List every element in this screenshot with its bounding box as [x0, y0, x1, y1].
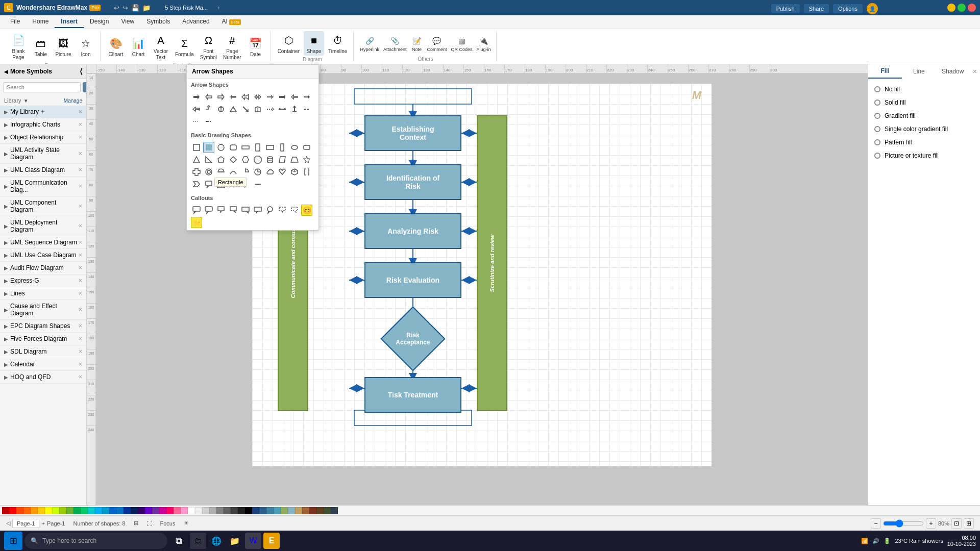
arrow-shape-7[interactable] [264, 91, 276, 103]
color-swatch-6[interactable] [288, 507, 295, 514]
shape-left-brace[interactable] [240, 179, 251, 190]
color-swatch-yellow-green[interactable] [52, 507, 59, 514]
light-mode-icon[interactable]: ☀ [184, 520, 189, 527]
shape-hexagon[interactable] [240, 154, 251, 165]
color-swatch-mint[interactable] [81, 507, 88, 514]
risk-evaluation-box[interactable]: Risk Evaluation [364, 262, 461, 298]
shape-triangle[interactable] [191, 154, 202, 165]
comment-button[interactable]: 💬 Comment [426, 34, 448, 53]
task-view-button[interactable]: ⧉ [169, 532, 188, 550]
shape-right-triangle[interactable] [203, 154, 214, 165]
tab-file[interactable]: File [4, 16, 26, 28]
shape-wedge[interactable] [240, 166, 251, 178]
object-relationship-close-icon[interactable]: × [79, 134, 82, 141]
clipart-button[interactable]: 🎨 Clipart [106, 34, 126, 59]
identification-risk-box[interactable]: Identification ofRisk [364, 164, 461, 200]
arrow-shape-4[interactable] [228, 91, 239, 103]
color-swatch-8[interactable] [302, 507, 309, 514]
color-swatch-9[interactable] [309, 507, 316, 514]
color-swatch-11[interactable] [324, 507, 331, 514]
shape-rect-outline[interactable] [191, 142, 202, 153]
shape-pentagon[interactable] [215, 154, 227, 165]
color-swatch-dark-gray[interactable] [224, 507, 231, 514]
color-swatch-darker-gray[interactable] [231, 507, 238, 514]
color-swatch-7[interactable] [295, 507, 302, 514]
shape-cylinder[interactable] [264, 154, 276, 165]
my-library-close-icon[interactable]: × [79, 108, 82, 115]
callout-1[interactable] [191, 205, 202, 216]
color-swatch-2[interactable] [259, 507, 266, 514]
color-swatch-light-pink[interactable] [181, 507, 188, 514]
shape-oval[interactable] [289, 142, 300, 153]
tab-design[interactable]: Design [84, 16, 115, 28]
callout-5[interactable] [240, 205, 251, 216]
arrow-shape-12[interactable] [203, 104, 214, 115]
picture-button[interactable]: 🖼 Picture [53, 34, 74, 59]
color-swatch-dark-blue[interactable] [124, 507, 131, 514]
add-library-icon[interactable]: + [41, 108, 44, 115]
sidebar-item-uml-class[interactable]: ▶ UML Class Diagram × [0, 164, 86, 177]
color-swatch-black[interactable] [245, 507, 252, 514]
callout-8[interactable] [277, 205, 288, 216]
arrow-shape-15[interactable] [240, 104, 251, 115]
arrow-shape-20[interactable] [301, 104, 312, 115]
sdl-close-icon[interactable]: × [79, 348, 82, 355]
color-swatch-10[interactable] [316, 507, 324, 514]
publish-button[interactable]: Publish [771, 4, 800, 13]
color-swatch-pink[interactable] [174, 507, 181, 514]
uml-activity-close-icon[interactable]: × [79, 150, 82, 157]
tab-insert[interactable]: Insert [55, 16, 84, 28]
table-button[interactable]: 🗃 Table [31, 34, 51, 59]
shape-brace[interactable] [228, 179, 239, 190]
color-swatch-gray[interactable] [209, 507, 216, 514]
uml-depl-close-icon[interactable]: × [79, 222, 82, 230]
express-close-icon[interactable]: × [79, 277, 82, 284]
timeline-button[interactable]: ⏱ Timeline [326, 31, 349, 56]
callout-emoji-star[interactable]: ⭐ [191, 217, 202, 228]
shape-line[interactable] [252, 179, 263, 190]
page-number-button[interactable]: # PageNumber [221, 31, 243, 62]
arrow-shape-17[interactable] [264, 104, 276, 115]
sidebar-item-object-relationship[interactable]: ▶ Object Relationship × [0, 131, 86, 144]
tab-home[interactable]: Home [26, 16, 55, 28]
uml-comp-close-icon[interactable]: × [79, 203, 82, 210]
taskbar-files[interactable]: 📁 [227, 533, 243, 549]
shape-tall-rect2[interactable] [277, 142, 288, 153]
zoom-slider[interactable] [883, 519, 924, 528]
canvas[interactable]: Communicate and consult EstablishingCont… [252, 84, 712, 466]
shape-tall-rect[interactable] [252, 142, 263, 153]
arrow-shape-5[interactable] [240, 91, 251, 103]
arrow-shape-18[interactable] [277, 104, 288, 115]
arrow-shape-11[interactable] [191, 104, 202, 115]
arrow-shape-9[interactable] [289, 91, 300, 103]
shape-wide-rect[interactable] [240, 142, 251, 153]
start-button[interactable]: ⊞ [4, 532, 22, 550]
color-swatch-medium-blue[interactable] [116, 507, 124, 514]
fill-option-single-gradient[interactable]: Single color gradient fill [868, 122, 980, 136]
tab-line[interactable]: Line [902, 65, 936, 78]
taskbar-word[interactable]: W [245, 533, 261, 549]
save-button[interactable]: 💾 [131, 4, 139, 12]
uml-seq-close-icon[interactable]: × [79, 239, 82, 246]
expand-button[interactable]: ⊞ [964, 518, 974, 529]
uml-comm-close-icon[interactable]: × [79, 183, 82, 190]
right-panel-close-button[interactable]: × [970, 64, 980, 79]
color-swatch-dark-green[interactable] [74, 507, 81, 514]
zoom-out-button[interactable]: − [871, 518, 881, 529]
shape-half-circle[interactable] [215, 166, 227, 178]
tab-view[interactable]: View [115, 16, 140, 28]
redo-button[interactable]: ↪ [122, 4, 128, 12]
taskbar-edrawmax[interactable]: E [263, 533, 280, 549]
sidebar-item-sdl[interactable]: ▶ SDL Diagram × [0, 345, 86, 358]
uml-class-close-icon[interactable]: × [79, 166, 82, 173]
sidebar-item-uml-communication[interactable]: ▶ UML Communication Diag... × [0, 177, 86, 196]
shape-pie[interactable] [252, 166, 263, 178]
shape-octagon[interactable] [252, 154, 263, 165]
sidebar-item-calendar[interactable]: ▶ Calendar × [0, 358, 86, 371]
color-swatch-1[interactable] [252, 507, 259, 514]
arrow-shape-10[interactable] [301, 91, 312, 103]
lines-close-icon[interactable]: × [79, 290, 82, 297]
arrow-shape-16[interactable] [252, 104, 263, 115]
tab-advanced[interactable]: Advanced [176, 16, 215, 28]
qr-codes-button[interactable]: ▦ QR Codes [450, 34, 473, 53]
